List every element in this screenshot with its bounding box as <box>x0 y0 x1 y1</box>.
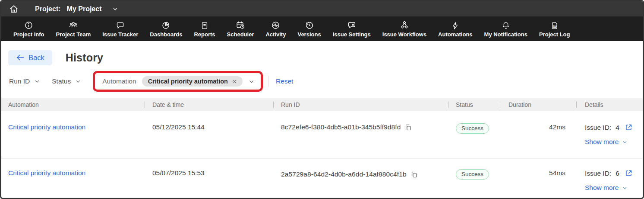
nav-item-my-notifications[interactable]: My Notifications <box>484 20 527 38</box>
document-icon <box>200 20 209 30</box>
chevron-down-icon <box>248 78 255 85</box>
nav-item-label: Project Team <box>56 31 91 38</box>
status-filter-label: Status <box>52 77 71 85</box>
chevron-down-icon <box>622 185 628 191</box>
history-icon <box>305 20 314 30</box>
nav-item-label: Reports <box>194 31 215 38</box>
issue-id-value: 6 <box>616 170 619 177</box>
nav-item-label: Versions <box>297 31 321 38</box>
issue-id-label: Issue ID: <box>585 170 611 177</box>
home-button[interactable] <box>7 3 20 16</box>
column-header-status: Status <box>448 101 500 108</box>
page-title: History <box>66 51 104 64</box>
filter-bar: Run ID Status Automation Critical priori… <box>1 68 643 94</box>
chevron-down-icon <box>622 139 628 145</box>
automation-filter-chip[interactable]: Critical priority automation <box>142 76 243 87</box>
automation-filter-label: Automation <box>102 77 136 85</box>
workflow-nodes-icon <box>400 20 409 30</box>
duration-value: 42ms <box>500 111 576 158</box>
external-link-icon <box>625 123 633 132</box>
open-issue-button[interactable] <box>625 123 633 132</box>
table-row: Critical priority automation 05/07/2025 … <box>1 159 643 199</box>
table-row: Critical priority automation 05/12/2025 … <box>1 111 643 159</box>
nav-item-label: Project Info <box>13 31 44 38</box>
nav-item-label: Project Log <box>539 31 570 38</box>
page-header: Back History <box>1 41 643 68</box>
remove-chip-icon[interactable] <box>232 79 237 84</box>
nav-item-automations[interactable]: Automations <box>438 20 472 38</box>
project-switcher[interactable] <box>112 6 118 12</box>
open-issue-button[interactable] <box>625 169 633 177</box>
chip-label: Critical priority automation <box>148 78 228 85</box>
chevron-down-icon <box>34 78 40 84</box>
bubble-gear-icon <box>347 20 357 30</box>
bell-icon <box>502 20 510 30</box>
chevron-down-icon <box>112 6 118 12</box>
info-icon <box>24 20 33 30</box>
nav-item-label: Issue Tracker <box>102 31 138 38</box>
nav-item-project-team[interactable]: Project Team <box>56 20 91 38</box>
automation-link[interactable]: Critical priority automation <box>1 111 145 158</box>
main-nav: Project Info Project Team Issue Tracker … <box>1 16 643 41</box>
nav-item-versions[interactable]: Versions <box>297 20 321 38</box>
run-datetime: 05/07/2025 15:53 <box>145 159 273 199</box>
nav-item-scheduler[interactable]: Scheduler <box>227 20 254 38</box>
nav-item-project-log[interactable]: log Project Log <box>539 20 570 38</box>
chevron-down-icon <box>75 78 81 84</box>
back-arrow-icon <box>16 54 25 61</box>
issue-id-label: Issue ID: <box>585 124 611 132</box>
show-more-label: Show more <box>585 184 619 192</box>
column-header-duration: Duration <box>500 101 576 108</box>
nav-item-activity[interactable]: Activity <box>265 20 286 38</box>
column-header-run-id: Run ID <box>273 101 448 108</box>
copy-icon[interactable] <box>404 124 412 131</box>
nav-item-issue-tracker[interactable]: Issue Tracker <box>102 20 138 38</box>
back-button-label: Back <box>28 54 44 62</box>
top-bar: Project: My Project <box>1 1 643 16</box>
lightning-icon <box>451 20 459 30</box>
show-more-link[interactable]: Show more <box>585 184 643 192</box>
external-link-icon <box>625 169 633 177</box>
project-label: Project: <box>35 5 61 13</box>
nav-item-dashboards[interactable]: Dashboards <box>150 20 182 38</box>
show-more-label: Show more <box>585 138 619 146</box>
status-filter[interactable]: Status <box>52 77 81 85</box>
home-icon <box>9 4 19 14</box>
show-more-link[interactable]: Show more <box>585 138 643 146</box>
pulse-icon <box>271 20 280 30</box>
column-header-date-time: Date & time <box>145 101 273 108</box>
table-header: Automation Date & time Run ID Status Dur… <box>1 98 643 111</box>
nav-item-label: Scheduler <box>227 31 254 38</box>
nav-item-label: Issue Workflows <box>382 31 426 38</box>
nav-item-label: Activity <box>265 31 286 38</box>
log-document-icon: log <box>550 20 559 30</box>
copy-icon[interactable] <box>410 171 418 178</box>
project-name: My Project <box>67 5 102 13</box>
team-icon <box>69 20 78 30</box>
duration-value: 54ms <box>500 159 576 199</box>
nav-item-reports[interactable]: Reports <box>194 20 215 38</box>
status-badge: Success <box>456 123 489 134</box>
automation-filter-dropdown[interactable] <box>248 78 255 85</box>
chat-bubble-icon <box>116 20 125 30</box>
automation-link[interactable]: Critical priority automation <box>1 159 145 199</box>
nav-item-label: My Notifications <box>484 31 527 38</box>
reset-filters-link[interactable]: Reset <box>276 77 294 85</box>
back-button[interactable]: Back <box>8 50 52 65</box>
app-window: Project: My Project Project Info Project… <box>0 0 644 199</box>
svg-text:log: log <box>553 25 556 27</box>
nav-item-label: Issue Settings <box>333 31 371 38</box>
run-id-filter-label: Run ID <box>9 77 30 85</box>
nav-item-label: Dashboards <box>150 31 182 38</box>
nav-item-issue-workflows[interactable]: Issue Workflows <box>382 20 426 38</box>
run-id-value: 2a5729a8-64d2-4d0b-a6dd-14af880c4f1b <box>281 170 407 178</box>
issue-id-value: 4 <box>616 124 619 132</box>
run-id-value: 8c72efe6-f380-4db5-a01b-345b5ff9d8fd <box>281 123 401 131</box>
nav-item-project-info[interactable]: Project Info <box>13 20 44 38</box>
run-datetime: 05/12/2025 15:44 <box>145 111 273 158</box>
run-id-filter[interactable]: Run ID <box>9 77 40 85</box>
automation-filter-annotation: Automation Critical priority automation <box>93 71 263 92</box>
nav-item-issue-settings[interactable]: Issue Settings <box>333 20 371 38</box>
filter-divider <box>268 76 268 87</box>
status-badge: Success <box>456 169 489 180</box>
